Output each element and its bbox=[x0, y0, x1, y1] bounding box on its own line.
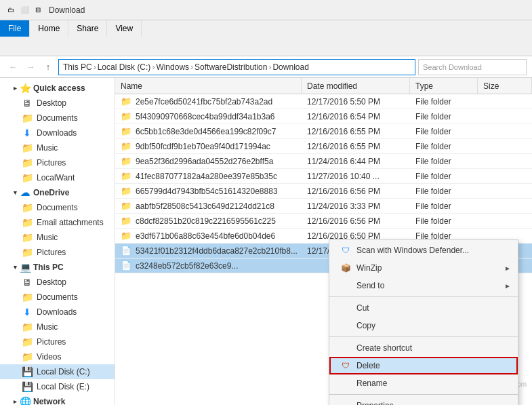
sidebar-item-pc-pictures[interactable]: 📁 Pictures bbox=[0, 334, 115, 349]
sidebar-item-local-e-label: Local Disk (E:) bbox=[37, 382, 89, 391]
up-button[interactable]: ↑ bbox=[41, 60, 56, 75]
file-name: 📁5f43090970668cec4ba99ddf34a1b3a6 bbox=[115, 111, 302, 121]
file-modified: 12/16/2016 6:56 PM bbox=[302, 216, 410, 226]
sidebar-item-pc-videos[interactable]: 📁 Videos bbox=[0, 349, 115, 364]
sidebar-item-pictures-qa[interactable]: 📁 Pictures bbox=[0, 155, 115, 170]
sidebar-item-od-pictures[interactable]: 📁 Pictures bbox=[0, 245, 115, 260]
sidebar: ▸ ⭐ Quick access 🖥 Desktop 📁 Documents ⬇… bbox=[0, 78, 115, 405]
table-row[interactable]: 📁c8dcf82851b20c819c2216595561c225 12/16/… bbox=[115, 214, 532, 229]
forward-button[interactable]: → bbox=[23, 60, 38, 75]
table-row[interactable]: 📁aabfb5f28508c5413c649d2124dd21c8 11/24/… bbox=[115, 199, 532, 214]
sidebar-item-od-documents[interactable]: 📁 Documents bbox=[0, 200, 115, 215]
file-name: 📁aabfb5f28508c5413c649d2124dd21c8 bbox=[115, 201, 302, 211]
minimize-icon[interactable]: ⬜ bbox=[19, 5, 30, 16]
sidebar-item-documents-qa[interactable]: 📁 Documents bbox=[0, 111, 115, 126]
sidebar-item-pc-pictures-label: Pictures bbox=[37, 337, 66, 347]
sidebar-section-quick-access[interactable]: ▸ ⭐ Quick access bbox=[0, 81, 115, 96]
sidebar-item-pc-documents[interactable]: 📁 Documents bbox=[0, 290, 115, 305]
ctx-winzip[interactable]: 📦 WinZip ► bbox=[329, 259, 518, 277]
music-folder-icon: 📁 bbox=[22, 142, 33, 153]
breadcrumb[interactable]: This PC › Local Disk (C:) › Windows › So… bbox=[58, 59, 415, 75]
table-row[interactable]: 📁2e5e7fce6d50241fbc75bf2ab743a2ad 12/17/… bbox=[115, 94, 532, 109]
ctx-cut[interactable]: Cut bbox=[329, 299, 518, 317]
tab-file[interactable]: File bbox=[0, 20, 30, 37]
file-type: File folder bbox=[410, 127, 478, 136]
network-chevron-icon: ▸ bbox=[14, 398, 17, 405]
col-type[interactable]: Type bbox=[410, 78, 478, 94]
sidebar-section-network[interactable]: ▸ 🌐 Network bbox=[0, 394, 115, 405]
thispc-icon: 💻 bbox=[20, 262, 30, 273]
search-box[interactable]: Search Download bbox=[418, 59, 527, 75]
sidebar-item-localwant[interactable]: 📁 LocalWant bbox=[0, 170, 115, 185]
col-size[interactable]: Size bbox=[478, 78, 532, 94]
tab-view[interactable]: View bbox=[107, 20, 142, 37]
table-row[interactable]: 📁6c5bb1c68e3de0d4566ea199c82f09c7 12/16/… bbox=[115, 124, 532, 139]
defender-shield-icon: 🛡 bbox=[340, 245, 351, 256]
quickaccess-icon: ⭐ bbox=[20, 83, 30, 94]
col-name[interactable]: Name bbox=[115, 78, 302, 94]
tab-home[interactable]: Home bbox=[30, 20, 68, 37]
ctx-createshortcut-label: Create shortcut bbox=[356, 343, 412, 353]
ctx-sendto-label: Send to bbox=[356, 281, 384, 290]
file-name: 📁41fec887077182a4a280ee397e85b35c bbox=[115, 171, 302, 181]
ctx-createshortcut[interactable]: Create shortcut bbox=[329, 339, 518, 357]
sidebar-item-od-music-label: Music bbox=[37, 233, 58, 242]
sidebar-item-email-attachments-label: Email attachments bbox=[37, 218, 104, 227]
bc-localdisk[interactable]: Local Disk (C:) bbox=[98, 62, 151, 72]
ctx-delete[interactable]: 🛡 Delete bbox=[329, 357, 518, 374]
sidebar-item-email-attachments[interactable]: 📁 Email attachments bbox=[0, 215, 115, 230]
col-modified[interactable]: Date modified bbox=[302, 78, 410, 94]
ctx-sep-1 bbox=[329, 296, 518, 297]
sidebar-section-onedrive[interactable]: ▾ ☁ OneDrive bbox=[0, 185, 115, 200]
ctx-rename[interactable]: Rename bbox=[329, 374, 518, 392]
file-modified: 11/27/2016 10:40 ... bbox=[302, 172, 410, 181]
file-type: File folder bbox=[410, 216, 478, 226]
sidebar-item-pc-videos-label: Videos bbox=[37, 352, 61, 362]
table-row[interactable]: 📁41fec887077182a4a280ee397e85b35c 11/27/… bbox=[115, 169, 532, 184]
bc-windows[interactable]: Windows bbox=[156, 62, 189, 72]
sidebar-item-od-music[interactable]: 📁 Music bbox=[0, 230, 115, 245]
sidebar-item-pc-desktop[interactable]: 🖥 Desktop bbox=[0, 275, 115, 290]
bc-swdist[interactable]: SoftwareDistribution bbox=[195, 62, 267, 72]
chevron-icon: ▸ bbox=[14, 85, 17, 92]
window-controls[interactable]: 🗀 ⬜ ⊟ bbox=[5, 5, 43, 16]
sidebar-item-pc-downloads-label: Downloads bbox=[37, 307, 77, 317]
file-type: File folder bbox=[410, 112, 478, 121]
table-row[interactable]: 📁5f43090970668cec4ba99ddf34a1b3a6 12/16/… bbox=[115, 109, 532, 124]
winzip-icon: 📦 bbox=[340, 263, 351, 273]
folder-icon: 📁 bbox=[121, 201, 131, 211]
sidebar-section-label-onedrive: OneDrive bbox=[33, 188, 69, 197]
table-row[interactable]: 📁9ea52f36d2996ada04552d276e2bff5a 11/24/… bbox=[115, 154, 532, 169]
sidebar-section-thispc[interactable]: ▾ 💻 This PC bbox=[0, 260, 115, 275]
quick-access-icon[interactable]: ⊟ bbox=[33, 5, 43, 16]
sidebar-item-desktop-label: Desktop bbox=[37, 98, 66, 108]
sidebar-item-pc-music[interactable]: 📁 Music bbox=[0, 320, 115, 334]
folder-icon: 📁 bbox=[121, 216, 131, 226]
sidebar-item-music-qa[interactable]: 📁 Music bbox=[0, 140, 115, 155]
od-docs-icon: 📁 bbox=[22, 202, 33, 213]
ctx-scan[interactable]: 🛡 Scan with Windows Defender... bbox=[329, 242, 518, 259]
bc-download[interactable]: Download bbox=[272, 62, 308, 72]
ctx-properties[interactable]: Properties bbox=[329, 397, 518, 405]
file-name: 📁2e5e7fce6d50241fbc75bf2ab743a2ad bbox=[115, 96, 302, 107]
file-name: 📁e3df671b06a88c63e454bfe6d0b04de6 bbox=[115, 231, 302, 241]
table-row[interactable]: 📁9dbf50fcdf9b1eb70ea9f40d171994ac 12/16/… bbox=[115, 139, 532, 154]
ctx-copy[interactable]: Copy bbox=[329, 317, 518, 334]
sidebar-item-local-c[interactable]: 💾 Local Disk (C:) bbox=[0, 364, 115, 379]
folder-icon: 📁 bbox=[121, 111, 131, 121]
sidebar-item-local-e[interactable]: 💾 Local Disk (E:) bbox=[0, 379, 115, 394]
bc-thispc[interactable]: This PC bbox=[63, 62, 92, 72]
ctx-sendto[interactable]: Send to ► bbox=[329, 277, 518, 294]
title-bar: 🗀 ⬜ ⊟ Download bbox=[0, 0, 532, 20]
pc-music-icon: 📁 bbox=[22, 322, 33, 332]
ribbon-action-bar bbox=[0, 37, 532, 56]
sidebar-item-desktop[interactable]: 🖥 Desktop bbox=[0, 96, 115, 111]
network-icon: 🌐 bbox=[20, 396, 30, 405]
sidebar-item-downloads-qa[interactable]: ⬇ Downloads bbox=[0, 126, 115, 140]
sidebar-item-pc-downloads[interactable]: ⬇ Downloads bbox=[0, 305, 115, 320]
cut-icon bbox=[340, 303, 351, 313]
table-row[interactable]: 📁665799d4d7943bfb54c51614320e8883 12/16/… bbox=[115, 184, 532, 199]
tab-share[interactable]: Share bbox=[68, 20, 107, 37]
back-button[interactable]: ← bbox=[5, 60, 20, 75]
rename-icon bbox=[340, 378, 351, 389]
